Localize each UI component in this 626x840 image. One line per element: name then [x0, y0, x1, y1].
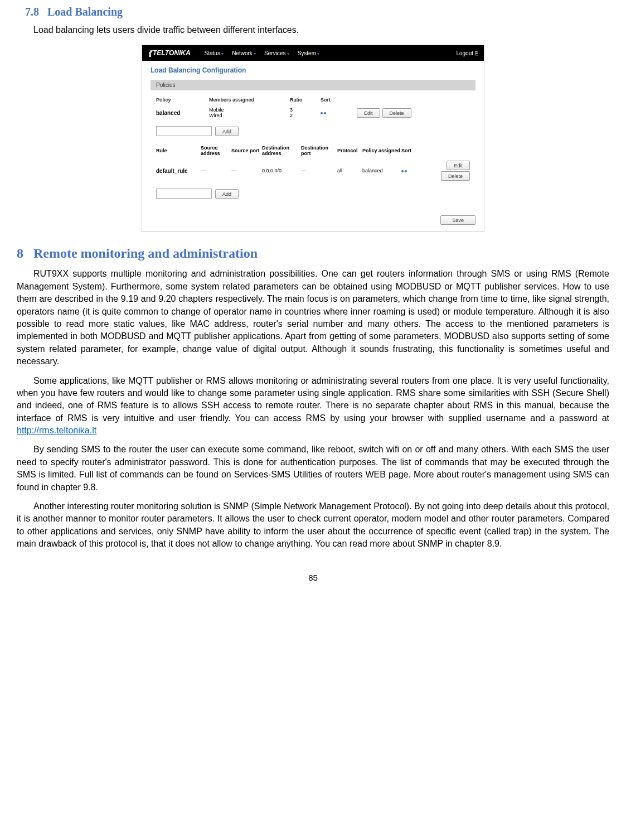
section-8-para3: By sending SMS to the router the user ca… [17, 443, 609, 494]
save-row: Save [142, 211, 484, 231]
rule-name-input[interactable] [156, 189, 212, 199]
col-rsort-header: Sort [401, 148, 426, 153]
policy-row: balanced Mobile Wired 3 2 Edit Delete [151, 105, 475, 120]
rule-row: default_rule — — 0.0.0.0/0 — all balance… [151, 158, 475, 183]
logo-icon: ⟪ [148, 49, 152, 57]
rule-edit-button[interactable]: Edit [447, 161, 470, 170]
section-7-8-heading: 7.8 Load Balancing [25, 6, 609, 18]
policy-header-row: Policy Members assigned Ratio Sort [151, 95, 475, 105]
section-8-para2: Some applications, like MQTT publisher o… [17, 375, 609, 437]
section-8-para1: RUT9XX supports multiple monitoring and … [17, 268, 609, 368]
col-policy-header: Policy [156, 97, 209, 103]
policy-members: Mobile Wired [209, 107, 290, 118]
section-8-title: Remote monitoring and administration [33, 246, 258, 260]
policy-add-button[interactable]: Add [215, 127, 239, 136]
policy-edit-button[interactable]: Edit [357, 108, 380, 118]
section-7-8-title: Load Balancing [47, 6, 123, 18]
rule-delete-button[interactable]: Delete [441, 171, 470, 181]
col-saddr-header: Source address [201, 145, 231, 156]
teltonika-logo: ⟪ TELTONIKA [148, 49, 191, 57]
rule-header-row: Rule Source address Source port Destinat… [151, 143, 475, 158]
section-8-para4: Another interesting router monitoring so… [17, 500, 609, 551]
policies-section-bar: Policies [151, 80, 475, 90]
page-number: 85 [17, 573, 609, 582]
nav-system[interactable]: System [298, 50, 320, 56]
col-ratio-header: Ratio [290, 97, 321, 103]
col-sort-header: Sort [321, 97, 357, 103]
router-topbar: ⟪ TELTONIKA Status Network Services Syst… [142, 45, 484, 61]
rule-dport: — [301, 168, 337, 173]
nav-status[interactable]: Status [205, 50, 224, 56]
rule-sport: — [231, 168, 262, 173]
rule-sort-handle[interactable] [401, 168, 426, 173]
rule-saddr: — [201, 168, 231, 173]
col-proto-header: Protocol [337, 148, 362, 153]
rule-daddr: 0.0.0.0/0 [262, 168, 301, 173]
col-dport-header: Destination port [301, 145, 337, 156]
col-rule-header: Rule [156, 148, 201, 153]
rule-passign: balanced [362, 168, 401, 173]
save-button[interactable]: Save [440, 215, 475, 225]
policy-delete-button[interactable]: Delete [382, 108, 411, 118]
section-7-8-intro: Load balancing lets users divide traffic… [17, 24, 609, 36]
logout-icon: ⎘ [475, 50, 478, 56]
policy-sort-handle[interactable] [321, 110, 357, 115]
rule-add-button[interactable]: Add [215, 189, 239, 199]
policy-add-row: Add [151, 120, 475, 143]
col-daddr-header: Destination address [262, 145, 301, 156]
logout-link[interactable]: Logout ⎘ [456, 50, 478, 56]
col-members-header: Members assigned [209, 97, 290, 103]
rule-name: default_rule [156, 168, 201, 174]
router-ui-screenshot: ⟪ TELTONIKA Status Network Services Syst… [142, 45, 484, 232]
main-nav: Status Network Services System [205, 50, 320, 56]
policy-name-input[interactable] [156, 126, 212, 136]
config-title: Load Balancing Configuration [151, 66, 475, 74]
section-8-number: 8 [17, 246, 23, 260]
col-passign-header: Policy assigned [362, 148, 401, 153]
section-8-heading: 8 Remote monitoring and administration [17, 246, 609, 261]
rule-add-row: Add [151, 183, 475, 205]
nav-services[interactable]: Services [264, 50, 289, 56]
section-7-8-number: 7.8 [25, 6, 39, 18]
rms-link[interactable]: http://rms.teltonika.lt [17, 426, 96, 435]
policy-ratio: 3 2 [290, 107, 321, 118]
rule-proto: all [337, 168, 362, 173]
col-sport-header: Source port [231, 148, 262, 153]
policy-name: balanced [156, 110, 209, 116]
nav-network[interactable]: Network [232, 50, 256, 56]
